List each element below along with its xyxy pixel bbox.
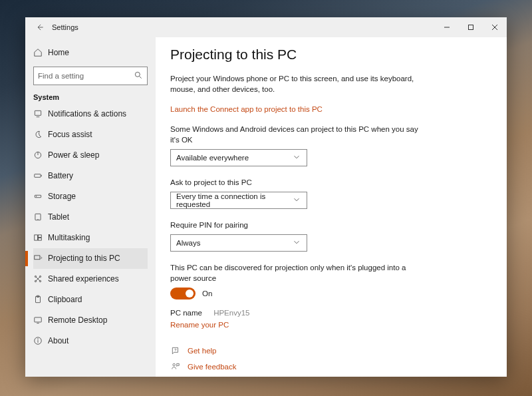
- sidebar-item-power-sleep[interactable]: Power & sleep: [33, 145, 148, 166]
- sidebar-item-notifications[interactable]: Notifications & actions: [33, 104, 148, 124]
- section-header: System: [33, 93, 148, 101]
- availability-value: Available everywhere: [176, 154, 249, 162]
- sidebar-item-tablet[interactable]: Tablet: [33, 207, 148, 228]
- sidebar-item-battery[interactable]: Battery: [33, 166, 148, 186]
- svg-rect-11: [35, 195, 41, 198]
- sidebar-item-label: Storage: [48, 192, 76, 201]
- home-label: Home: [48, 48, 69, 57]
- availability-select[interactable]: Available everywhere: [170, 149, 307, 166]
- sidebar-item-label: Multitasking: [48, 233, 90, 242]
- svg-rect-1: [469, 25, 473, 29]
- sidebar-item-clipboard[interactable]: Clipboard: [33, 290, 148, 310]
- sidebar-item-label: Battery: [48, 171, 73, 180]
- get-help-link[interactable]: ? Get help: [170, 346, 492, 355]
- moon-icon: [33, 130, 48, 139]
- sidebar-item-focus-assist[interactable]: Focus assist: [33, 124, 148, 145]
- svg-point-4: [135, 72, 140, 77]
- pin-label: Require PIN for pairing: [170, 220, 423, 230]
- power-icon: [33, 150, 48, 160]
- window-controls: [435, 17, 507, 37]
- page-description: Project your Windows phone or PC to this…: [170, 73, 423, 95]
- rename-pc-link[interactable]: Rename your PC: [170, 321, 229, 329]
- chevron-down-icon: [292, 238, 301, 248]
- tablet-icon: [33, 212, 48, 222]
- projecting-icon: [33, 254, 48, 263]
- battery-icon: [33, 171, 48, 180]
- storage-icon: [33, 192, 48, 201]
- svg-point-31: [173, 364, 176, 367]
- minimize-button[interactable]: [435, 17, 459, 37]
- sidebar-item-about[interactable]: About: [33, 331, 148, 351]
- discoverability-toggle[interactable]: [170, 288, 196, 299]
- sidebar-item-label: Power & sleep: [48, 150, 99, 160]
- give-feedback-label: Give feedback: [188, 363, 237, 371]
- pcname-label: PC name: [170, 309, 202, 317]
- sidebar-item-label: Notifications & actions: [48, 109, 126, 118]
- sidebar-item-label: Tablet: [48, 212, 69, 222]
- give-feedback-link[interactable]: Give feedback: [170, 362, 492, 371]
- pcname-value: HPEnvy15: [213, 309, 249, 317]
- back-button[interactable]: [32, 23, 48, 32]
- svg-point-29: [38, 339, 39, 339]
- clipboard-icon: [33, 295, 48, 304]
- ask-value: Every time a connection is requested: [176, 192, 292, 208]
- sidebar-item-label: Remote Desktop: [48, 315, 107, 325]
- sidebar-item-shared-experiences[interactable]: Shared experiences: [33, 269, 148, 290]
- sidebar: Home Find a setting System Notifications…: [25, 37, 156, 377]
- discoverability-label: This PC can be discovered for projection…: [170, 262, 423, 284]
- info-icon: [33, 336, 48, 345]
- svg-rect-18: [35, 256, 40, 260]
- chevron-down-icon: [292, 152, 301, 163]
- svg-text:?: ?: [174, 348, 177, 352]
- notifications-icon: [33, 109, 48, 118]
- pin-select[interactable]: Always: [170, 234, 307, 252]
- svg-rect-17: [39, 238, 42, 241]
- page-heading: Projecting to this PC: [170, 47, 492, 63]
- sidebar-item-label: Shared experiences: [48, 274, 119, 284]
- sidebar-item-label: Clipboard: [48, 295, 82, 304]
- svg-rect-15: [35, 235, 38, 240]
- sidebar-item-projecting[interactable]: Projecting to this PC: [33, 248, 148, 269]
- home-nav[interactable]: Home: [33, 43, 148, 63]
- svg-point-12: [36, 196, 37, 197]
- sidebar-item-label: About: [48, 336, 68, 345]
- svg-rect-9: [35, 174, 41, 178]
- toggle-state-label: On: [202, 290, 212, 297]
- settings-window: Settings Home Find a setting System Noti…: [25, 17, 507, 377]
- multitasking-icon: [33, 233, 48, 242]
- sidebar-item-label: Projecting to this PC: [48, 254, 120, 263]
- pin-value: Always: [176, 239, 200, 247]
- feedback-icon: [170, 362, 181, 371]
- launch-connect-link[interactable]: Launch the Connect app to project to thi…: [170, 105, 323, 113]
- back-arrow-icon: [35, 23, 45, 32]
- svg-rect-6: [35, 110, 41, 115]
- ask-select[interactable]: Every time a connection is requested: [170, 192, 307, 209]
- chevron-down-icon: [292, 195, 301, 206]
- search-placeholder: Find a setting: [38, 72, 134, 80]
- svg-line-5: [140, 76, 142, 78]
- svg-rect-25: [35, 317, 42, 322]
- maximize-button[interactable]: [459, 17, 483, 37]
- availability-label: Some Windows and Android devices can pro…: [170, 124, 423, 145]
- search-input[interactable]: Find a setting: [33, 67, 148, 85]
- window-title: Settings: [48, 23, 78, 31]
- titlebar: Settings: [25, 17, 507, 37]
- help-icon: ?: [170, 346, 181, 355]
- sidebar-item-storage[interactable]: Storage: [33, 186, 148, 207]
- search-icon: [134, 71, 143, 81]
- svg-rect-16: [39, 235, 42, 238]
- remote-desktop-icon: [33, 315, 48, 325]
- ask-label: Ask to project to this PC: [170, 177, 423, 188]
- shared-icon: [33, 274, 48, 284]
- get-help-label: Get help: [188, 347, 216, 355]
- sidebar-item-label: Focus assist: [48, 130, 92, 139]
- content-pane: Projecting to this PC Project your Windo…: [156, 37, 507, 377]
- sidebar-item-multitasking[interactable]: Multitasking: [33, 228, 148, 248]
- sidebar-item-remote-desktop[interactable]: Remote Desktop: [33, 310, 148, 331]
- close-button[interactable]: [483, 17, 507, 37]
- home-icon: [33, 48, 48, 57]
